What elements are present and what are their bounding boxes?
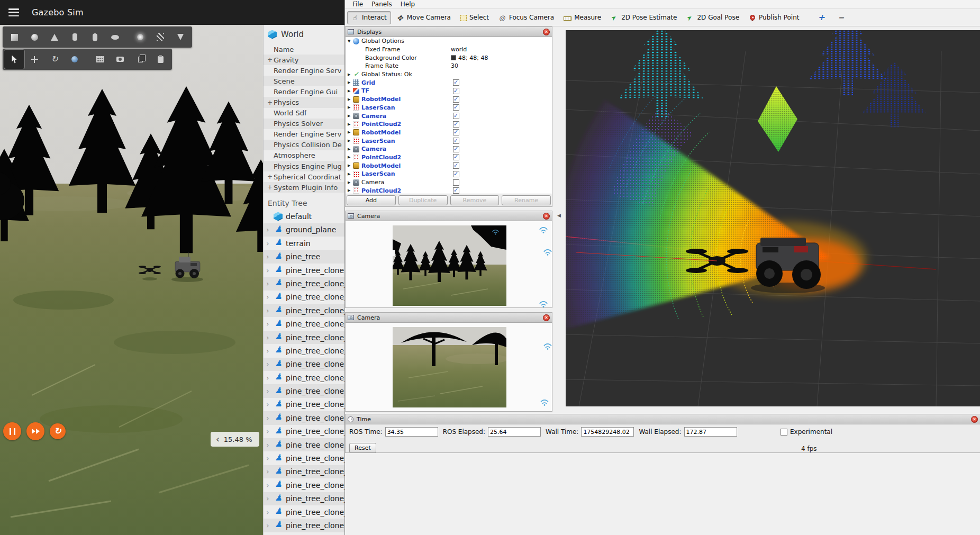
displays-action-button[interactable]: Rename: [502, 195, 551, 205]
entity-row[interactable]: › pine_tree_clone: [264, 519, 344, 532]
display-value[interactable]: [451, 88, 459, 94]
menu-item[interactable]: Help: [396, 1, 419, 8]
menu-item[interactable]: File: [348, 1, 367, 8]
expander-icon[interactable]: ▶: [348, 114, 353, 118]
expand-plus-icon[interactable]: +: [267, 99, 274, 106]
toolbar-button[interactable]: Focus Camera: [494, 11, 558, 24]
display-checkbox[interactable]: [453, 129, 459, 135]
expander-icon[interactable]: ▶: [348, 155, 353, 159]
entity-row[interactable]: › pine_tree_clone_: [264, 411, 344, 424]
display-row[interactable]: ▶ Grid: [346, 78, 552, 87]
world-property-row[interactable]: + System Plugin Info: [264, 182, 344, 193]
entity-row[interactable]: default: [264, 210, 344, 223]
expander-icon[interactable]: ›: [266, 400, 273, 409]
displays-action-button[interactable]: Add: [347, 195, 396, 205]
expander-icon[interactable]: ▶: [348, 172, 353, 176]
toolbar-button[interactable]: Move Camera: [392, 11, 455, 24]
expander-icon[interactable]: ▶: [348, 105, 353, 110]
displays-action-button[interactable]: Remove: [450, 195, 500, 205]
display-row[interactable]: Background Color 48; 48; 48: [346, 53, 552, 62]
displays-action-button[interactable]: Duplicate: [398, 195, 448, 205]
transform-tool-button[interactable]: [65, 50, 85, 69]
display-checkbox[interactable]: [453, 113, 459, 119]
camera-image-view[interactable]: [346, 221, 552, 307]
display-checkbox[interactable]: [453, 171, 459, 177]
world-property-row[interactable]: + Physics: [264, 97, 344, 107]
entity-row[interactable]: › pine_tree_clone: [264, 264, 344, 277]
expander-icon[interactable]: ▶: [348, 139, 353, 143]
display-checkbox[interactable]: [453, 79, 459, 86]
toolbar-button[interactable]: Measure: [559, 11, 605, 24]
toolbar-button[interactable]: Select: [456, 11, 493, 24]
entity-row[interactable]: › pine_tree_clone_: [264, 384, 344, 397]
expander-icon[interactable]: ›: [266, 494, 273, 503]
expander-icon[interactable]: ›: [266, 427, 273, 436]
entity-row[interactable]: › pine_tree_clone_: [264, 331, 344, 344]
display-checkbox[interactable]: [453, 187, 459, 194]
display-row[interactable]: ▶ Global Status: Ok: [346, 70, 552, 79]
expander-icon[interactable]: ▶: [348, 188, 353, 193]
shape-tool-button[interactable]: [170, 28, 190, 47]
display-value[interactable]: [451, 187, 459, 194]
display-checkbox[interactable]: [453, 88, 459, 94]
rtf-display[interactable]: ‹ 15.48 %: [211, 432, 259, 447]
expander-icon[interactable]: ▶: [348, 130, 353, 134]
menu-item[interactable]: Panels: [367, 1, 396, 8]
entity-row[interactable]: › pine_tree_clone_: [264, 344, 344, 357]
display-value[interactable]: [451, 162, 459, 169]
entity-row[interactable]: › terrain: [264, 237, 344, 250]
display-value[interactable]: [451, 146, 459, 152]
display-value[interactable]: [451, 121, 459, 128]
expander-icon[interactable]: ›: [266, 374, 273, 382]
shape-tool-button[interactable]: [24, 28, 44, 47]
display-value[interactable]: [451, 104, 459, 111]
playback-button[interactable]: [3, 422, 21, 440]
expander-icon[interactable]: ▶: [348, 122, 353, 126]
expand-plus-icon[interactable]: +: [267, 56, 274, 64]
camera-panel-header[interactable]: Camera: [346, 313, 552, 323]
rtf-collapse-icon[interactable]: ‹: [216, 435, 220, 444]
shape-tool-button[interactable]: [105, 28, 125, 47]
display-row[interactable]: ▶ Camera: [346, 178, 552, 187]
world-property-row[interactable]: Render Engine Serv: [264, 129, 344, 140]
transform-tool-button[interactable]: [4, 50, 24, 69]
display-value[interactable]: [451, 129, 459, 135]
playback-button[interactable]: [26, 422, 44, 440]
world-property-row[interactable]: Name: [264, 44, 344, 55]
reset-button[interactable]: Reset: [349, 443, 376, 453]
display-row[interactable]: ▼ Global Options: [346, 37, 552, 46]
transform-tool-button[interactable]: [150, 50, 170, 69]
rviz-3d-viewport[interactable]: [566, 30, 980, 406]
expander-icon[interactable]: ›: [266, 441, 273, 449]
display-checkbox[interactable]: [453, 104, 459, 111]
expander-icon[interactable]: ▶: [348, 97, 353, 102]
shape-tool-button[interactable]: [150, 28, 170, 47]
expander-icon[interactable]: ›: [266, 225, 273, 234]
close-icon[interactable]: [543, 29, 550, 35]
world-property-row[interactable]: Physics Collision De: [264, 140, 344, 150]
transform-tool-button[interactable]: [110, 50, 130, 69]
world-property-row[interactable]: Physics Engine Plug: [264, 161, 344, 171]
transform-tool-button[interactable]: [44, 50, 65, 69]
display-row[interactable]: Frame Rate 30: [346, 62, 552, 70]
display-value[interactable]: 48; 48; 48: [451, 55, 488, 61]
display-row[interactable]: ▶ PointCloud2: [346, 153, 552, 162]
display-value[interactable]: 30: [451, 62, 458, 69]
entity-row[interactable]: › pine_tree_clone_: [264, 317, 344, 330]
expander-icon[interactable]: ›: [266, 360, 273, 368]
time-field-input[interactable]: [385, 427, 438, 437]
display-row[interactable]: ▶ LaserScan: [346, 104, 552, 112]
entity-row[interactable]: › pine_tree_clone_: [264, 451, 344, 465]
expander-icon[interactable]: ▶: [348, 80, 353, 85]
toolbar-button[interactable]: 2D Pose Estimate: [606, 11, 681, 24]
display-value[interactable]: [451, 154, 459, 160]
display-row[interactable]: Fixed Frame world: [346, 46, 552, 54]
expander-icon[interactable]: ▶: [348, 147, 353, 151]
expander-icon[interactable]: ›: [266, 266, 273, 275]
expander-icon[interactable]: ›: [266, 454, 273, 463]
display-row[interactable]: ▶ TF: [346, 87, 552, 95]
toolbar-button[interactable]: [832, 11, 851, 24]
shape-tool-button[interactable]: [85, 28, 105, 47]
entity-row[interactable]: › pine_tree_clone_: [264, 304, 344, 317]
world-property-row[interactable]: Render Engine Serv: [264, 65, 344, 76]
